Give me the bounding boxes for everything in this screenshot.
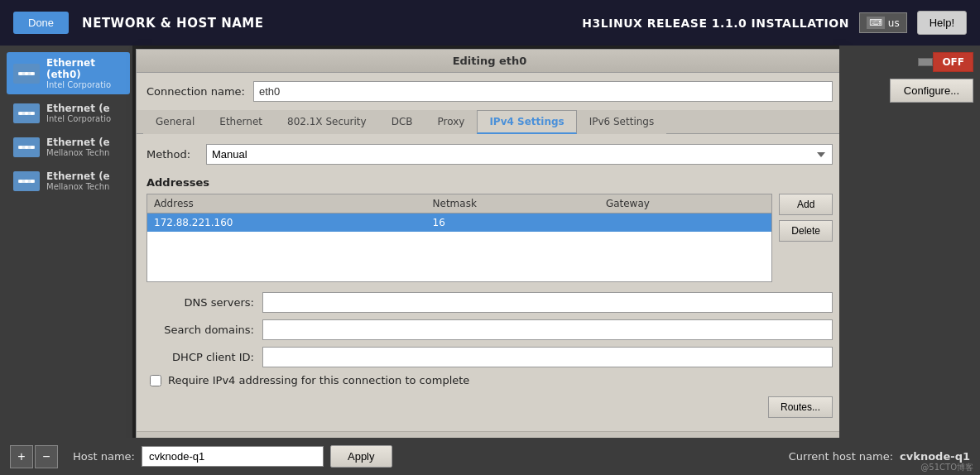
routes-button[interactable]: Routes... — [768, 396, 833, 418]
tab-dcb[interactable]: DCB — [379, 110, 425, 134]
connection-name-row: Connection name: — [137, 73, 843, 110]
current-hostname-value: cvknode-q1 — [900, 450, 970, 463]
keyboard-indicator[interactable]: ⌨ us — [859, 12, 907, 33]
routes-row: Routes... — [147, 396, 833, 418]
right-panel: OFF Configure... — [839, 46, 980, 438]
network-item-text-3: Ethernet (e Mellanox Techn — [46, 170, 110, 191]
tab-proxy[interactable]: Proxy — [425, 110, 478, 134]
dns-servers-label: DNS servers: — [147, 296, 254, 309]
network-item-desc-3: Mellanox Techn — [46, 182, 110, 191]
addresses-table-wrapper: Address Netmask Gateway 172.88.221.160 1… — [147, 194, 772, 282]
svg-point-13 — [19, 180, 22, 183]
current-hostname-label: Current host name: — [789, 450, 893, 463]
network-item-desc-2: Mellanox Techn — [46, 148, 110, 157]
network-item-name-1: Ethernet (e — [46, 103, 111, 114]
network-item-text-eth0: Ethernet (eth0) Intel Corporatio — [46, 57, 123, 89]
svg-point-6 — [25, 112, 28, 115]
bottom-bar: + − Host name: Apply Current host name: … — [0, 438, 980, 475]
off-toggle[interactable]: OFF — [918, 52, 973, 72]
network-item-name-eth0: Ethernet (eth0) — [46, 57, 123, 80]
dhcp-client-id-row: DHCP client ID: — [147, 347, 833, 367]
addresses-container: Address Netmask Gateway 172.88.221.160 1… — [147, 194, 833, 282]
watermark: @51CTO博客 — [920, 462, 973, 473]
require-ipv4-label: Require IPv4 addressing for this connect… — [168, 374, 469, 386]
apply-button[interactable]: Apply — [330, 445, 392, 468]
network-item-2[interactable]: Ethernet (e Mellanox Techn — [7, 132, 130, 162]
connection-name-input[interactable] — [253, 81, 833, 102]
method-select[interactable]: Manual Automatic (DHCP) — [206, 144, 833, 165]
main-content: Ethernet (eth0) Intel Corporatio Etherne… — [0, 46, 980, 438]
col-address: Address — [147, 194, 426, 214]
network-item-name-2: Ethernet (e — [46, 137, 110, 148]
add-network-button[interactable]: + — [10, 445, 33, 468]
tab-8021x[interactable]: 802.1X Security — [275, 110, 379, 134]
network-icon-1 — [13, 103, 40, 123]
dhcp-client-id-label: DHCP client ID: — [147, 351, 254, 363]
top-bar-right: H3LINUX RELEASE 1.1.0 INSTALLATION ⌨ us … — [582, 11, 967, 35]
add-address-button[interactable]: Add — [779, 194, 833, 215]
add-remove-buttons: + − — [10, 445, 58, 468]
address-buttons: Add Delete — [779, 194, 833, 282]
dhcp-client-id-input[interactable] — [262, 347, 833, 367]
network-icon-eth0 — [13, 64, 40, 84]
hostname-section: Host name: Apply — [73, 445, 392, 468]
svg-point-1 — [19, 72, 22, 75]
tab-ethernet[interactable]: Ethernet — [207, 110, 275, 134]
method-row: Method: Manual Automatic (DHCP) — [147, 144, 833, 165]
addresses-table: Address Netmask Gateway 172.88.221.160 1… — [147, 194, 771, 281]
method-label: Method: — [147, 148, 196, 161]
network-item-desc-1: Intel Corporatio — [46, 114, 111, 123]
col-gateway: Gateway — [599, 194, 771, 214]
help-button[interactable]: Help! — [917, 11, 967, 35]
off-toggle-left — [918, 58, 933, 66]
network-item-eth0[interactable]: Ethernet (eth0) Intel Corporatio — [7, 52, 130, 94]
svg-point-15 — [31, 180, 34, 183]
dialog-titlebar: Editing eth0 — [137, 50, 843, 73]
tab-ipv4[interactable]: IPv4 Settings — [477, 110, 576, 134]
cell-address: 172.88.221.160 — [147, 214, 426, 233]
network-icon-2 — [13, 137, 40, 157]
svg-point-9 — [19, 146, 22, 149]
network-list-panel: Ethernet (eth0) Intel Corporatio Etherne… — [0, 46, 137, 438]
svg-point-3 — [31, 72, 34, 75]
col-netmask: Netmask — [426, 194, 599, 214]
svg-point-11 — [31, 146, 34, 149]
network-item-name-3: Ethernet (e — [46, 170, 110, 182]
network-item-3[interactable]: Ethernet (e Mellanox Techn — [7, 166, 130, 196]
network-item-text-2: Ethernet (e Mellanox Techn — [46, 137, 110, 157]
off-label: OFF — [933, 52, 973, 72]
edit-dialog: Editing eth0 Connection name: General Et… — [136, 49, 843, 473]
network-icon-3 — [13, 171, 40, 191]
hostname-label: Host name: — [73, 450, 135, 463]
tab-ipv6[interactable]: IPv6 Settings — [577, 110, 667, 134]
svg-point-7 — [31, 112, 34, 115]
cell-gateway — [599, 214, 771, 233]
hostname-input[interactable] — [142, 446, 324, 467]
require-ipv4-row: Require IPv4 addressing for this connect… — [147, 374, 833, 386]
dns-servers-input[interactable] — [262, 292, 833, 313]
keyboard-icon: ⌨ — [867, 17, 885, 29]
svg-point-2 — [25, 72, 28, 75]
top-bar: Done NETWORK & HOST NAME H3LINUX RELEASE… — [0, 0, 980, 46]
table-row[interactable]: 172.88.221.160 16 — [147, 214, 771, 233]
svg-point-10 — [25, 146, 28, 149]
svg-point-14 — [25, 180, 28, 183]
delete-address-button[interactable]: Delete — [779, 220, 833, 242]
require-ipv4-checkbox[interactable] — [150, 375, 161, 386]
done-button[interactable]: Done — [13, 12, 69, 34]
tabs-bar: General Ethernet 802.1X Security DCB Pro… — [137, 110, 843, 134]
network-item-desc-eth0: Intel Corporatio — [46, 80, 123, 89]
top-bar-left: Done NETWORK & HOST NAME — [13, 12, 264, 34]
configure-button[interactable]: Configure... — [890, 79, 973, 103]
tab-general[interactable]: General — [143, 110, 207, 134]
dns-servers-row: DNS servers: — [147, 292, 833, 313]
search-domains-label: Search domains: — [147, 324, 254, 336]
cell-netmask: 16 — [426, 214, 599, 233]
connection-name-label: Connection name: — [147, 85, 245, 98]
ipv4-tab-content: Method: Manual Automatic (DHCP) Addresse… — [137, 134, 843, 431]
search-domains-input[interactable] — [262, 319, 833, 340]
network-item-1[interactable]: Ethernet (e Intel Corporatio — [7, 98, 130, 128]
addresses-table-body: 172.88.221.160 16 — [147, 214, 771, 282]
remove-network-button[interactable]: − — [35, 445, 58, 468]
current-hostname-section: Current host name: cvknode-q1 — [789, 450, 970, 463]
